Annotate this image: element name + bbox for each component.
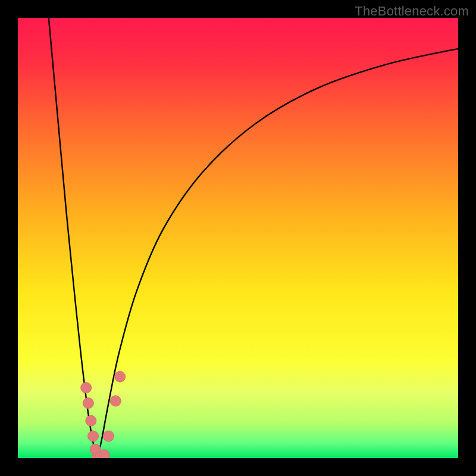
plot-area [18,18,458,458]
data-marker [115,371,126,382]
curve-layer [18,18,458,458]
data-marker [88,431,99,441]
data-marker [99,450,109,458]
data-marker [86,415,96,426]
curve-right-branch [97,49,458,458]
data-marker [103,431,114,441]
data-marker [81,383,92,393]
marker-group [81,371,126,458]
watermark-text: TheBottleneck.com [355,4,469,19]
chart-frame: TheBottleneck.com [0,0,476,476]
data-marker [83,398,93,409]
data-marker [110,396,121,406]
curve-left-branch [49,18,97,458]
